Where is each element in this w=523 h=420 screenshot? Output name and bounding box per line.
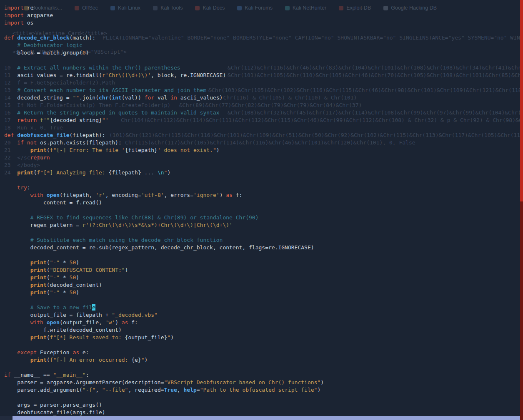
vertical-scrollbar-thumb[interactable]: [520, 0, 523, 201]
code-token: *: [60, 289, 69, 296]
code-line: [4, 124, 520, 132]
code-token: f:: [128, 319, 138, 326]
code-line: print("-" * 50): [4, 274, 520, 281]
code-line: print(decoded_content): [4, 281, 520, 289]
code-token: ): [125, 267, 128, 273]
code-token: \n: [158, 169, 164, 176]
code-token: [4, 169, 17, 176]
code-line: # Deobfuscator logic: [4, 42, 520, 49]
code-line: import argparse: [4, 12, 520, 19]
code-token: "--file": [102, 387, 128, 393]
code-token: {filepath}: [125, 147, 158, 153]
code-token: as: [122, 319, 128, 326]
horizontal-scrollbar[interactable]: [0, 416, 520, 420]
code-token: # Extract all numbers within the Chr() p…: [17, 65, 180, 71]
code-token: (: [47, 267, 50, 273]
code-token: (: [47, 274, 50, 281]
code-token: [24, 139, 27, 146]
code-token: r'Chr\((\d+)\)': [102, 72, 151, 78]
code-token: [4, 192, 30, 198]
code-token: args = parser.parse_args(): [4, 402, 102, 408]
code-token: (filepath):: [70, 132, 105, 138]
code-token: ' does not exist.": [158, 147, 216, 153]
code-token: ): [167, 169, 170, 176]
code-token: 50: [70, 259, 76, 266]
code-token: print: [30, 267, 47, 273]
code-token: ...: [145, 169, 154, 176]
code-token: [4, 139, 17, 146]
code-token: (: [47, 259, 50, 266]
code-token: val: [154, 94, 170, 101]
code-token: "VBScript Deobfuscator based on Chr() fu…: [164, 379, 321, 385]
code-token: *: [60, 259, 69, 266]
code-token: f'": [40, 117, 50, 123]
code-token: , block, re.IGNORECASE): [151, 72, 226, 78]
code-editor[interactable]: import reimport argparseimport osdef dec…: [4, 4, 520, 416]
code-token: 'w': [105, 319, 115, 326]
code-line: # Save to a new file: [4, 304, 520, 311]
code-token: [4, 259, 30, 266]
code-token: [37, 117, 40, 123]
vertical-scrollbar[interactable]: [520, 0, 523, 420]
code-token: [4, 154, 30, 161]
code-token: (: [47, 357, 50, 363]
code-token: 'r': [95, 192, 105, 198]
code-token: with: [30, 192, 43, 198]
code-line: [4, 162, 520, 169]
code-line: decoded_content = re.sub(regex_pattern, …: [4, 244, 520, 251]
code-token: if: [17, 139, 24, 146]
code-line: parser.add_argument("-f", "--file", requ…: [4, 386, 520, 394]
code-token: # Substitute each match using the decode…: [30, 237, 223, 243]
code-token: (output_file,: [60, 319, 105, 326]
code-line: [4, 229, 520, 236]
horizontal-scrollbar-thumb[interactable]: [13, 416, 520, 420]
code-token: if: [4, 372, 11, 378]
code-token: # Convert each number to its ASCII chara…: [17, 87, 206, 93]
code-token: content = f.read(): [4, 199, 102, 206]
code-token: , required=: [128, 387, 164, 393]
code-token: (decoded_content): [47, 282, 102, 288]
code-token: , encoding=: [105, 192, 141, 198]
code-token: as: [226, 192, 233, 198]
code-token: argparse: [24, 12, 53, 18]
code-token: open: [47, 319, 60, 326]
code-token: f"[-] An error occurred:: [50, 357, 132, 363]
code-token: "-": [50, 259, 60, 266]
code-token: def: [4, 132, 14, 138]
code-token: for: [145, 94, 154, 101]
code-token: (filepath,: [60, 192, 95, 198]
code-line: print("-" * 50): [4, 259, 520, 266]
code-token: :: [27, 184, 30, 191]
code-token: ": [141, 357, 145, 363]
code-token: # Save to a new fil: [30, 304, 93, 311]
code-line: import os: [4, 19, 520, 27]
code-token: ): [145, 357, 148, 363]
code-line: except Exception as e:: [4, 349, 520, 356]
code-token: r'(?:Chr\(\d+\)\s*&\s*)+Chr\(\d+\)|Chr\(…: [83, 222, 233, 228]
code-line: # Extract all numbers within the Chr() p…: [4, 64, 520, 72]
code-token: print: [30, 289, 47, 296]
code-token: (: [47, 147, 50, 153]
code-token: ): [86, 50, 89, 56]
code-line: [4, 102, 520, 109]
code-token: in: [170, 94, 177, 101]
code-token: =: [197, 387, 200, 393]
code-token: ): [76, 289, 79, 296]
code-token: Exception: [37, 349, 73, 355]
code-token: os: [24, 20, 33, 26]
code-token: ,: [95, 387, 102, 393]
code-token: def: [4, 35, 14, 41]
screenshot-root: { "palette": { "bg": "#1b2433", "fg": "#…: [0, 0, 523, 420]
code-token: ): [216, 147, 220, 153]
code-token: 50: [70, 289, 76, 296]
code-line: f.write(decoded_content): [4, 326, 520, 334]
code-line: parser = argparse.ArgumentParser(descrip…: [4, 379, 520, 386]
code-token: (val)): [122, 94, 145, 101]
code-token: not: [27, 139, 37, 146]
code-token: ,: [177, 387, 184, 393]
code-token: ): [170, 334, 174, 340]
code-token: as: [73, 349, 79, 355]
code-token: [4, 304, 30, 311]
code-line: print(f"[-] Error: The file '{filepath}'…: [4, 147, 520, 154]
code-token: 'utf-8': [141, 192, 164, 198]
